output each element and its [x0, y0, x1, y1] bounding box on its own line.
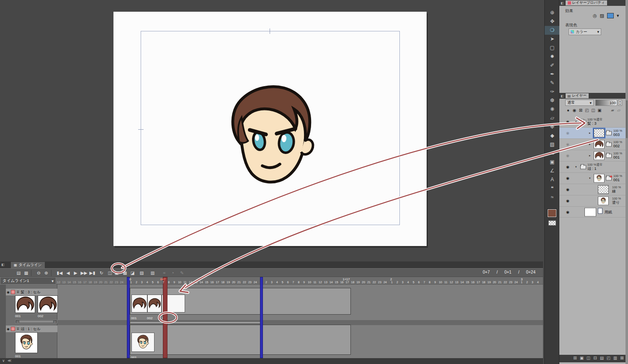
move-tool[interactable]: ✥ — [545, 17, 560, 26]
layer-row-線[interactable]: ◉100 %線 — [559, 184, 625, 195]
onion-skin-button[interactable]: ◫ — [106, 269, 113, 277]
panel-edge-icon[interactable]: ◧ — [1, 263, 5, 267]
scroll-start-button[interactable]: ≪ — [8, 359, 11, 363]
timeline-selector-dropdown[interactable]: タイムライン1 ▾ — [0, 277, 56, 285]
tab-layer-property[interactable]: レイヤープロパティ — [566, 0, 607, 5]
ruler-tool[interactable]: ∠ — [545, 167, 560, 175]
annotation-button[interactable]: ✎ — [178, 269, 185, 277]
brush-tool[interactable]: ✑ — [545, 87, 560, 96]
new-folder-button[interactable]: ▣ — [579, 356, 585, 360]
visibility-eye-icon[interactable]: ◉ — [566, 131, 569, 135]
transfer-layer-button[interactable]: ◫ — [585, 356, 592, 360]
visibility-eye-icon[interactable]: ◉ — [566, 120, 569, 124]
next-frame-button[interactable]: ▶▶ — [80, 269, 88, 277]
play-button[interactable]: ▶ — [72, 269, 79, 277]
normal-cel-button[interactable]: ◪ — [129, 269, 136, 277]
smoothing-button[interactable]: ≈ — [161, 269, 168, 277]
layer-thumbnail[interactable] — [598, 185, 609, 194]
balloon-tool[interactable]: ❝ — [545, 184, 560, 193]
layer-color-dropdown-icon[interactable]: ▾ — [617, 13, 619, 18]
layer-mask-button[interactable]: ▤ — [599, 356, 605, 360]
pin-icon[interactable]: ◉ — [571, 108, 577, 113]
expression-color-dropdown[interactable]: カラー ▾ — [569, 28, 601, 35]
eyedropper-tool[interactable]: ✐ — [545, 61, 560, 70]
zoom-in-button[interactable]: ⊕ — [43, 269, 50, 277]
visibility-eye-icon[interactable]: ◉ — [566, 165, 569, 169]
airbrush-tool[interactable]: ❆ — [545, 96, 560, 105]
visibility-eye-icon[interactable]: ◉ — [566, 199, 569, 203]
new-animation-cel-button[interactable]: ▣ — [113, 269, 120, 277]
draft-layer-icon[interactable]: ▱ — [616, 108, 622, 113]
lock-transparent-icon[interactable]: ◰ — [584, 108, 590, 113]
layer-row-003[interactable]: ◉▸100 %003 — [559, 128, 625, 139]
layer-row-用紙[interactable]: ◉用紙 — [559, 207, 625, 218]
expander-icon[interactable]: ▾ — [575, 165, 577, 169]
mask-display-icon[interactable]: ◫ — [590, 108, 596, 113]
blend-mode-dropdown[interactable]: 通常 ▾ — [565, 100, 594, 106]
batch-specify-cel-button[interactable]: ▨ — [138, 269, 145, 277]
thumbnail-toggle-icon[interactable]: ● — [565, 108, 571, 113]
zoom-tool[interactable]: ⊕ — [545, 8, 560, 17]
onion-settings-button[interactable]: ◔ — [169, 269, 176, 277]
expander-icon[interactable]: ▸ — [589, 131, 591, 135]
pen-tool[interactable]: ✒ — [545, 70, 560, 79]
fill-tool[interactable]: ◆ — [545, 131, 560, 140]
layer-color-icon[interactable] — [607, 13, 614, 18]
collapse-panel-button[interactable]: ∨ — [2, 359, 5, 363]
visibility-eye-icon[interactable]: ◉ — [566, 142, 569, 146]
opacity-spinner[interactable]: ▴▾ — [618, 100, 622, 106]
loop-play-button[interactable]: ↻ — [98, 269, 105, 277]
border-effect-icon[interactable]: ◎ — [593, 13, 597, 18]
figure-tool[interactable]: ▭ — [545, 149, 560, 158]
timeline-list-button[interactable]: ▤ — [15, 269, 22, 277]
timeline-cel-002[interactable] — [147, 295, 162, 313]
layer-row-002[interactable]: ◉▸100 %002 — [559, 139, 625, 150]
auto-select-tool[interactable]: ✸ — [545, 52, 560, 61]
playhead[interactable] — [163, 277, 167, 358]
layer-thumbnail[interactable] — [594, 151, 605, 160]
layer-row-髪 : 3[interactable]: ◉▾100 %通常髪 : 3 — [559, 116, 625, 128]
layer-thumbnail[interactable] — [598, 197, 609, 205]
blend-tool[interactable]: ❉ — [545, 123, 560, 131]
expander-icon[interactable]: ▸ — [589, 154, 591, 157]
layer-panel-scrollbar[interactable] — [625, 0, 628, 364]
expander-icon[interactable]: ▾ — [575, 120, 577, 123]
operation-tool[interactable]: ➤ — [545, 35, 560, 44]
specify-cel-button[interactable]: ▩ — [121, 269, 129, 277]
layer-thumbnail[interactable] — [584, 208, 596, 216]
transparent-color-swatch[interactable] — [548, 220, 556, 226]
layer-row-頭 : 1[interactable]: ◉▾100 %通常頭 : 1 — [559, 161, 625, 173]
lasso-tool[interactable]: ❍ — [545, 26, 560, 35]
panel-menu-icon[interactable]: ◧ — [561, 1, 564, 5]
go-to-start-button[interactable]: ▮◀ — [56, 269, 63, 277]
visibility-eye-icon[interactable]: ◉ — [566, 210, 569, 214]
layer-row-001[interactable]: ◉▾100 %001 — [559, 173, 625, 184]
go-to-end-button[interactable]: ▶▮ — [89, 269, 96, 277]
opacity-slider[interactable]: 100 — [595, 100, 617, 106]
foreground-color-swatch[interactable] — [548, 209, 556, 217]
visibility-eye-icon[interactable]: ◉ — [566, 176, 569, 180]
previous-frame-button[interactable]: ◀ — [64, 269, 72, 277]
new-layer-button[interactable]: ⊞ — [572, 356, 578, 360]
decoration-tool[interactable]: ❋ — [545, 105, 560, 114]
gradient-tool[interactable]: ▧ — [545, 140, 560, 149]
panel-menu-icon[interactable]: ◧ — [561, 94, 564, 98]
expander-icon[interactable]: ▸ — [589, 143, 591, 146]
environment-button[interactable]: ▥ — [612, 356, 618, 360]
lock-icon[interactable]: ⊠ — [578, 108, 584, 113]
selection-tool[interactable]: ▢ — [545, 44, 560, 52]
delete-layer-button[interactable]: ⊠ — [619, 356, 625, 360]
visibility-eye-icon[interactable]: ◉ — [566, 187, 569, 192]
apply-mask-button[interactable]: ◰ — [605, 356, 612, 360]
visibility-eye-icon[interactable]: ◉ — [566, 154, 569, 158]
line-correction-tool[interactable]: ≈ — [545, 193, 560, 202]
expander-icon[interactable]: ▾ — [589, 177, 591, 180]
tab-timeline[interactable]: ▦ タイムライン — [11, 262, 45, 268]
timeline-grid[interactable]: 001002003001 — [0, 285, 543, 358]
timeline-ruler[interactable]: タイムライン1 ▾ 121314151617181920212223241234… — [0, 277, 543, 285]
edit-timeline-button[interactable]: ▥ — [149, 269, 156, 277]
tab-layer[interactable]: ▤ レイヤー — [566, 93, 589, 98]
layer-thumbnail[interactable] — [594, 174, 605, 183]
frame-border-tool[interactable]: ▣ — [545, 158, 560, 167]
layer-thumbnail[interactable] — [594, 129, 605, 138]
